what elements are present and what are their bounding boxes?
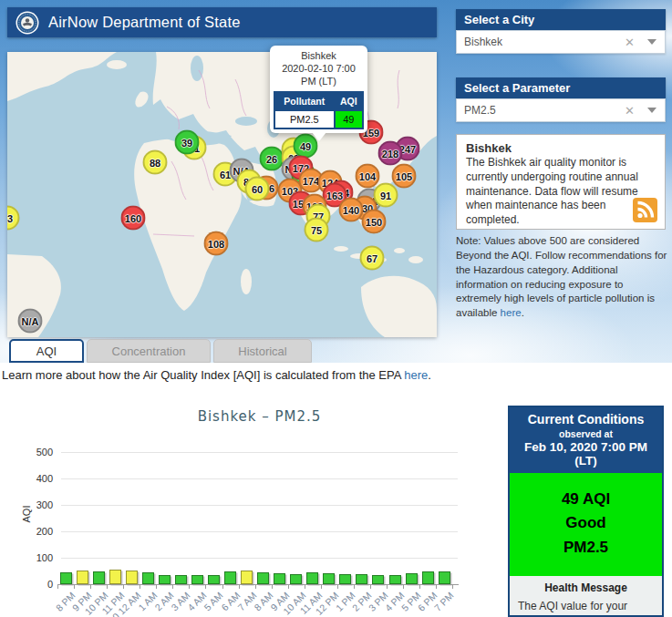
chart-bar-5-am[interactable] <box>208 575 220 584</box>
info-city-text: The Bishkek air quality monitor is curre… <box>466 156 656 228</box>
map-marker-218[interactable]: 218 <box>378 141 403 166</box>
chart-bar-7-pm[interactable] <box>439 571 450 584</box>
beyond-aqi-note: Note: Values above 500 are considered Be… <box>456 234 668 321</box>
chart-bar-11-am[interactable] <box>306 572 318 584</box>
learn-more-here-link[interactable]: here <box>404 368 428 382</box>
city-info-box: Bishkek The Bishkek air quality monitor … <box>456 134 666 230</box>
chart-x-tick-2 <box>90 584 91 589</box>
chart-gridline-300 <box>61 505 458 506</box>
chart-bar-5-pm[interactable] <box>406 573 418 584</box>
note-here-link[interactable]: here <box>501 307 522 318</box>
chart-bar-2-10-12-am[interactable] <box>126 571 138 584</box>
tab-historical[interactable]: Historical <box>213 339 312 363</box>
state-department-seal-icon <box>16 11 39 35</box>
chart-bar-4-pm[interactable] <box>389 575 401 584</box>
map-marker-140[interactable]: 140 <box>339 198 364 222</box>
tab-concentration[interactable]: Concentration <box>87 339 211 363</box>
parameter-caret-icon[interactable] <box>647 108 656 113</box>
parameter-select-value: PM2.5 <box>464 104 625 117</box>
parameter-clear-icon[interactable]: ✕ <box>625 104 635 118</box>
map-marker-160[interactable]: 160 <box>121 206 146 231</box>
chart-bar-3-pm[interactable] <box>372 575 384 584</box>
popup-datetime2: PM (LT) <box>274 76 364 88</box>
map-marker-60[interactable]: 60 <box>245 177 270 201</box>
popup-pointer <box>312 132 326 141</box>
chart-bar-1-pm[interactable] <box>339 574 351 584</box>
chart-x-tick-10 <box>222 584 223 589</box>
chart-x-tick-21 <box>403 584 404 589</box>
chart-bar-11-pm[interactable] <box>109 570 121 584</box>
chart-bar-8-pm[interactable] <box>60 572 72 584</box>
learn-more-suffix: . <box>428 368 431 382</box>
chart-bar-9-am[interactable] <box>274 573 285 584</box>
chart-x-tick-19 <box>370 584 371 589</box>
app-header: AirNow Department of State <box>7 7 437 37</box>
chart-x-tick-22 <box>419 584 420 589</box>
map-marker-105[interactable]: 105 <box>392 164 417 189</box>
chart-y-tick-400: 400 <box>13 473 53 484</box>
rss-icon[interactable] <box>633 198 657 222</box>
chart-x-tick-24 <box>452 584 453 589</box>
popup-pollutant-value: PM2.5 <box>275 111 334 128</box>
chart-x-tick-3 <box>107 584 108 589</box>
chart-x-tick-14 <box>288 584 289 589</box>
map-marker-108[interactable]: 108 <box>204 231 229 256</box>
chart-x-tick-18 <box>354 584 355 589</box>
chart-x-tick-0 <box>57 584 58 589</box>
map-marker-150[interactable]: 150 <box>362 210 387 234</box>
map-markers-layer: 51398853160N/A10861N/A106886026826949N/A… <box>7 52 437 337</box>
world-map[interactable]: 51398853160N/A10861N/A106886026826949N/A… <box>7 52 437 337</box>
chart-x-axis-line <box>57 584 459 585</box>
page-title: AirNow Department of State <box>48 14 241 31</box>
map-marker-39[interactable]: 39 <box>175 130 200 155</box>
cc-observed-label: observed at <box>512 428 660 439</box>
chart-x-tick-16 <box>321 584 322 589</box>
popup-city: Bishkek <box>274 50 364 63</box>
map-marker-53[interactable]: 53 <box>7 206 20 231</box>
chart-x-tick-1 <box>74 584 75 589</box>
map-marker-n-a[interactable]: N/A <box>18 309 43 334</box>
city-clear-icon[interactable]: ✕ <box>625 36 635 49</box>
chart-gridline-100 <box>61 558 458 559</box>
chart-bar-12-pm[interactable] <box>323 573 335 584</box>
chart-x-tick-13 <box>272 584 273 589</box>
popup-datetime: 2020-02-10 7:00 <box>274 63 364 76</box>
chart-bar-4-am[interactable] <box>191 575 203 584</box>
chart-bar-1-am[interactable] <box>142 572 154 584</box>
chart-bar-7-am[interactable] <box>241 571 253 584</box>
chart-bar-9-pm[interactable] <box>77 571 88 584</box>
chart-x-tick-20 <box>387 584 388 589</box>
cc-health-title: Health Message <box>518 581 654 594</box>
popup-col-aqi: AQI <box>336 93 362 109</box>
chart-bar-2-am[interactable] <box>159 575 171 584</box>
chart-bar-3-am[interactable] <box>175 575 187 584</box>
map-marker-26[interactable]: 26 <box>260 147 284 171</box>
chart-y-tick-300: 300 <box>13 499 53 510</box>
note-suffix: . <box>522 307 524 318</box>
select-parameter-header: Select a Parameter <box>456 77 666 98</box>
city-caret-icon[interactable] <box>647 39 656 45</box>
tab-aqi[interactable]: AQI <box>9 339 84 363</box>
chart-x-tick-12 <box>255 584 256 589</box>
map-marker-104[interactable]: 104 <box>356 164 380 189</box>
chart-bar-6-pm[interactable] <box>422 571 434 584</box>
map-marker-67[interactable]: 67 <box>360 246 385 271</box>
cc-health-text: The AQI value for your community is betw… <box>518 599 654 617</box>
popup-col-pollutant: Pollutant <box>275 93 334 109</box>
parameter-select[interactable]: PM2.5 ✕ <box>456 98 666 122</box>
map-marker-75[interactable]: 75 <box>305 218 329 242</box>
cc-aqi-value: 49 AQI <box>510 488 662 511</box>
chart-x-tick-15 <box>305 584 305 589</box>
chart-bar-6-am[interactable] <box>224 571 236 584</box>
chart-y-tick-200: 200 <box>13 526 53 537</box>
chart-bar-2-pm[interactable] <box>356 574 367 584</box>
city-select[interactable]: Bishkek ✕ <box>456 30 666 54</box>
chart-bar-10-am[interactable] <box>290 574 302 584</box>
chart-bar-10-pm[interactable] <box>93 571 105 584</box>
chart-bar-8-am[interactable] <box>257 572 269 584</box>
cc-parameter: PM2.5 <box>510 536 662 560</box>
cc-observed-time: Feb 10, 2020 7:00 PM (LT) <box>512 440 660 468</box>
chart-x-tick-6 <box>156 584 157 589</box>
map-marker-88[interactable]: 88 <box>143 150 168 175</box>
map-marker-91[interactable]: 91 <box>374 183 398 208</box>
